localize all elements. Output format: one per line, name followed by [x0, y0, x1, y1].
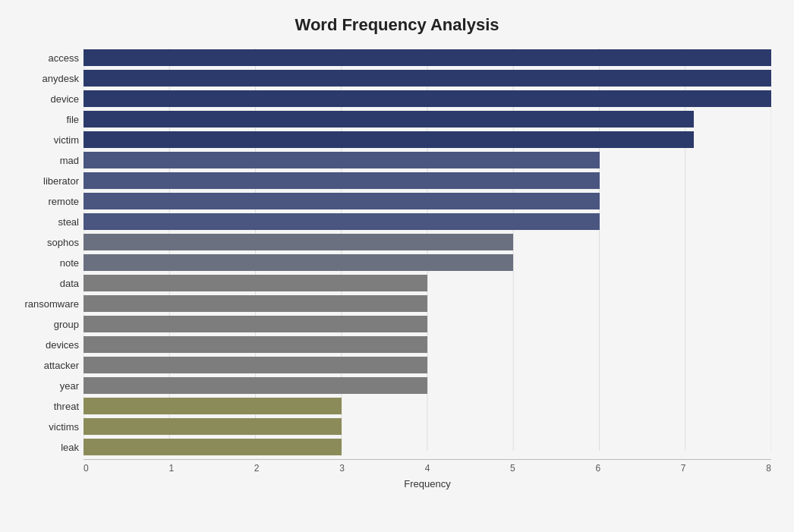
x-tick-label: 0 [83, 463, 89, 474]
bar [83, 70, 771, 87]
bar-label: mad [7, 155, 79, 166]
x-tick-label: 7 [681, 463, 686, 474]
bar-row: sophos [83, 233, 771, 251]
bar-label: anydesk [7, 73, 79, 84]
bar-label: year [7, 380, 79, 392]
bar-row: anydesk [83, 69, 771, 87]
bar-label: remote [7, 196, 79, 207]
bar-row: attacker [83, 356, 771, 374]
bar-label: attacker [7, 360, 79, 371]
bar [83, 111, 694, 127]
bar [83, 357, 427, 373]
chart-title: Word Frequency Analysis [23, 15, 771, 35]
bar [83, 172, 600, 189]
x-tick-label: 2 [254, 463, 260, 474]
bar [83, 131, 694, 148]
bar-label: victim [7, 134, 79, 146]
bar-row: remote [83, 192, 771, 210]
bar [83, 439, 342, 455]
bar [83, 49, 771, 66]
bar-row: note [83, 253, 771, 272]
bar [83, 418, 342, 435]
bar [83, 316, 427, 332]
bar [83, 398, 342, 414]
bar-row: year [83, 376, 771, 395]
bar [83, 234, 513, 250]
bar-label: group [7, 319, 79, 330]
bar [83, 193, 600, 209]
bar-row: victims [83, 417, 771, 436]
bar-label: devices [7, 339, 79, 351]
bar-label: sophos [7, 237, 79, 248]
bar-row: mad [83, 151, 771, 169]
x-tick-label: 6 [595, 463, 600, 474]
bar [83, 275, 427, 291]
bar [83, 295, 427, 312]
bar-row: threat [83, 397, 771, 415]
bar-label: note [7, 257, 79, 269]
x-tick-label: 3 [339, 463, 345, 474]
bar-label: device [7, 93, 79, 105]
bar [83, 213, 600, 230]
bar [83, 336, 427, 353]
bar-row: access [83, 49, 771, 67]
bar-row: victim [83, 131, 771, 149]
bar-label: file [7, 114, 79, 125]
x-axis-labels: 012345678 [83, 463, 771, 474]
bar-row: device [83, 90, 771, 108]
bar-row: leak [83, 438, 771, 456]
bar [83, 152, 600, 168]
chart-container: Word Frequency Analysis accessanydeskdev… [0, 0, 794, 532]
bar [83, 377, 427, 394]
bar-row: data [83, 274, 771, 292]
x-tick-label: 8 [766, 463, 771, 474]
bar-label: victims [7, 421, 79, 433]
bar-label: data [7, 278, 79, 289]
bar-row: group [83, 315, 771, 333]
bar-label: leak [7, 442, 79, 453]
bar-label: steal [7, 216, 79, 228]
bar-label: access [7, 52, 79, 64]
bar-label: threat [7, 401, 79, 412]
bar-row: liberator [83, 172, 771, 190]
bar-row: ransomware [83, 294, 771, 313]
x-axis-title: Frequency [83, 478, 771, 490]
x-tick-label: 4 [425, 463, 430, 474]
bar-row: file [83, 110, 771, 128]
bar [83, 254, 513, 271]
bar-label: liberator [7, 175, 79, 187]
bar-row: steal [83, 212, 771, 231]
bars-area: accessanydeskdevicefilevictimmadliberato… [83, 49, 771, 456]
bar-label: ransomware [7, 298, 79, 310]
bar-row: devices [83, 335, 771, 354]
x-tick-label: 5 [510, 463, 515, 474]
x-tick-label: 1 [169, 463, 174, 474]
bar [83, 90, 771, 107]
x-axis-line [83, 459, 771, 460]
